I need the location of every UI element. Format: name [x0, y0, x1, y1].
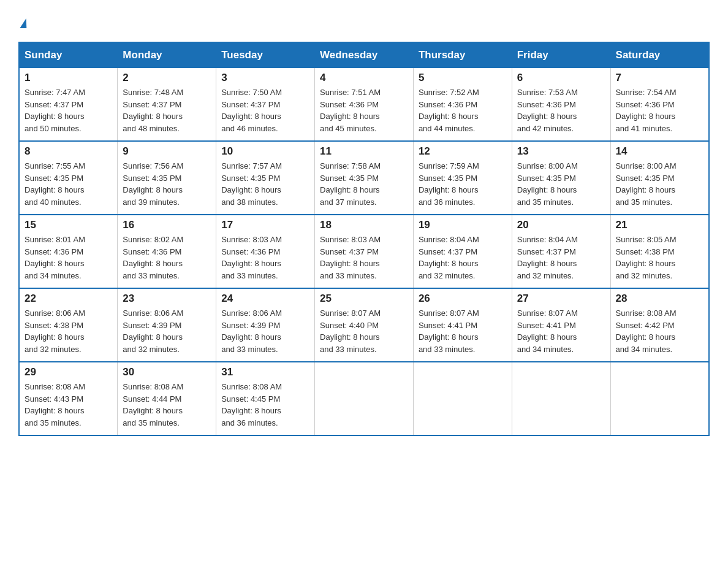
calendar-cell: [315, 362, 414, 435]
day-number: 16: [123, 219, 211, 231]
day-info: Sunrise: 8:00 AMSunset: 4:35 PMDaylight:…: [616, 161, 677, 207]
day-info: Sunrise: 8:08 AMSunset: 4:45 PMDaylight:…: [221, 382, 282, 427]
day-number: 13: [517, 145, 605, 158]
day-info: Sunrise: 7:58 AMSunset: 4:35 PMDaylight:…: [320, 161, 381, 207]
day-number: 6: [517, 72, 605, 84]
day-info: Sunrise: 7:51 AMSunset: 4:36 PMDaylight:…: [320, 88, 381, 133]
calendar-cell: 21Sunrise: 8:05 AMSunset: 4:38 PMDayligh…: [610, 215, 709, 288]
calendar-cell: 7Sunrise: 7:54 AMSunset: 4:36 PMDaylight…: [610, 68, 709, 142]
calendar-cell: 11Sunrise: 7:58 AMSunset: 4:35 PMDayligh…: [315, 141, 414, 215]
calendar-week-row: 22Sunrise: 8:06 AMSunset: 4:38 PMDayligh…: [19, 288, 709, 362]
day-info: Sunrise: 7:48 AMSunset: 4:37 PMDaylight:…: [123, 88, 183, 133]
calendar-table: SundayMondayTuesdayWednesdayThursdayFrid…: [18, 42, 710, 436]
calendar-header-sunday: Sunday: [19, 42, 118, 68]
day-number: 4: [320, 72, 408, 84]
calendar-cell: 29Sunrise: 8:08 AMSunset: 4:43 PMDayligh…: [19, 362, 118, 435]
calendar-cell: 27Sunrise: 8:07 AMSunset: 4:41 PMDayligh…: [512, 288, 610, 362]
calendar-cell: 25Sunrise: 8:07 AMSunset: 4:40 PMDayligh…: [315, 288, 414, 362]
day-number: 19: [419, 219, 507, 231]
calendar-cell: 17Sunrise: 8:03 AMSunset: 4:36 PMDayligh…: [216, 215, 315, 288]
day-info: Sunrise: 8:01 AMSunset: 4:36 PMDaylight:…: [25, 235, 85, 280]
day-info: Sunrise: 8:00 AMSunset: 4:35 PMDaylight:…: [517, 161, 578, 207]
day-info: Sunrise: 8:08 AMSunset: 4:43 PMDaylight:…: [25, 382, 85, 427]
calendar-cell: 24Sunrise: 8:06 AMSunset: 4:39 PMDayligh…: [216, 288, 315, 362]
calendar-cell: 22Sunrise: 8:06 AMSunset: 4:38 PMDayligh…: [19, 288, 118, 362]
day-info: Sunrise: 8:06 AMSunset: 4:38 PMDaylight:…: [25, 308, 85, 354]
calendar-cell: 19Sunrise: 8:04 AMSunset: 4:37 PMDayligh…: [413, 215, 512, 288]
calendar-cell: 8Sunrise: 7:55 AMSunset: 4:35 PMDaylight…: [19, 141, 118, 215]
calendar-header-monday: Monday: [118, 42, 216, 68]
calendar-week-row: 1Sunrise: 7:47 AMSunset: 4:37 PMDaylight…: [19, 68, 709, 142]
day-info: Sunrise: 7:56 AMSunset: 4:35 PMDaylight:…: [123, 161, 183, 207]
day-info: Sunrise: 7:53 AMSunset: 4:36 PMDaylight:…: [517, 88, 578, 133]
calendar-cell: 16Sunrise: 8:02 AMSunset: 4:36 PMDayligh…: [118, 215, 216, 288]
day-number: 8: [25, 145, 112, 158]
day-number: 11: [320, 145, 408, 158]
calendar-cell: 18Sunrise: 8:03 AMSunset: 4:37 PMDayligh…: [315, 215, 414, 288]
calendar-cell: 23Sunrise: 8:06 AMSunset: 4:39 PMDayligh…: [118, 288, 216, 362]
calendar-cell: 1Sunrise: 7:47 AMSunset: 4:37 PMDaylight…: [19, 68, 118, 142]
day-info: Sunrise: 8:08 AMSunset: 4:44 PMDaylight:…: [123, 382, 183, 427]
calendar-cell: 12Sunrise: 7:59 AMSunset: 4:35 PMDayligh…: [413, 141, 512, 215]
calendar-header-row: SundayMondayTuesdayWednesdayThursdayFrid…: [19, 42, 709, 68]
page-header: [18, 12, 710, 29]
day-number: 12: [419, 145, 507, 158]
day-info: Sunrise: 7:52 AMSunset: 4:36 PMDaylight:…: [419, 88, 479, 133]
calendar-header-wednesday: Wednesday: [315, 42, 414, 68]
calendar-cell: 9Sunrise: 7:56 AMSunset: 4:35 PMDaylight…: [118, 141, 216, 215]
day-number: 18: [320, 219, 408, 231]
calendar-week-row: 15Sunrise: 8:01 AMSunset: 4:36 PMDayligh…: [19, 215, 709, 288]
day-number: 29: [25, 366, 112, 378]
calendar-cell: 26Sunrise: 8:07 AMSunset: 4:41 PMDayligh…: [413, 288, 512, 362]
day-info: Sunrise: 8:04 AMSunset: 4:37 PMDaylight:…: [419, 235, 479, 280]
day-info: Sunrise: 7:55 AMSunset: 4:35 PMDaylight:…: [25, 161, 85, 207]
calendar-header-tuesday: Tuesday: [216, 42, 315, 68]
day-info: Sunrise: 8:03 AMSunset: 4:37 PMDaylight:…: [320, 235, 381, 280]
day-number: 26: [419, 293, 507, 305]
calendar-cell: 4Sunrise: 7:51 AMSunset: 4:36 PMDaylight…: [315, 68, 414, 142]
day-number: 20: [517, 219, 605, 231]
day-number: 1: [25, 72, 112, 84]
calendar-cell: [512, 362, 610, 435]
day-number: 31: [221, 366, 309, 378]
day-number: 28: [616, 293, 703, 305]
calendar-cell: 13Sunrise: 8:00 AMSunset: 4:35 PMDayligh…: [512, 141, 610, 215]
day-number: 3: [221, 72, 309, 84]
day-number: 25: [320, 293, 408, 305]
calendar-header-thursday: Thursday: [413, 42, 512, 68]
day-info: Sunrise: 8:07 AMSunset: 4:41 PMDaylight:…: [517, 308, 578, 354]
day-info: Sunrise: 8:05 AMSunset: 4:38 PMDaylight:…: [616, 235, 677, 280]
day-info: Sunrise: 8:04 AMSunset: 4:37 PMDaylight:…: [517, 235, 578, 280]
day-info: Sunrise: 7:50 AMSunset: 4:37 PMDaylight:…: [221, 88, 282, 133]
calendar-cell: 2Sunrise: 7:48 AMSunset: 4:37 PMDaylight…: [118, 68, 216, 142]
day-info: Sunrise: 8:08 AMSunset: 4:42 PMDaylight:…: [616, 308, 677, 354]
day-number: 21: [616, 219, 703, 231]
calendar-cell: 14Sunrise: 8:00 AMSunset: 4:35 PMDayligh…: [610, 141, 709, 215]
day-number: 7: [616, 72, 703, 84]
day-info: Sunrise: 8:06 AMSunset: 4:39 PMDaylight:…: [123, 308, 183, 354]
day-info: Sunrise: 8:03 AMSunset: 4:36 PMDaylight:…: [221, 235, 282, 280]
calendar-cell: 5Sunrise: 7:52 AMSunset: 4:36 PMDaylight…: [413, 68, 512, 142]
day-info: Sunrise: 7:47 AMSunset: 4:37 PMDaylight:…: [25, 88, 85, 133]
logo: [18, 12, 27, 29]
day-number: 22: [25, 293, 112, 305]
day-number: 2: [123, 72, 211, 84]
calendar-cell: 3Sunrise: 7:50 AMSunset: 4:37 PMDaylight…: [216, 68, 315, 142]
calendar-cell: 28Sunrise: 8:08 AMSunset: 4:42 PMDayligh…: [610, 288, 709, 362]
calendar-header-friday: Friday: [512, 42, 610, 68]
day-info: Sunrise: 8:07 AMSunset: 4:41 PMDaylight:…: [419, 308, 479, 354]
day-number: 10: [221, 145, 309, 158]
calendar-week-row: 29Sunrise: 8:08 AMSunset: 4:43 PMDayligh…: [19, 362, 709, 435]
day-number: 17: [221, 219, 309, 231]
day-number: 9: [123, 145, 211, 158]
day-number: 24: [221, 293, 309, 305]
calendar-cell: [610, 362, 709, 435]
calendar-cell: 20Sunrise: 8:04 AMSunset: 4:37 PMDayligh…: [512, 215, 610, 288]
calendar-cell: 15Sunrise: 8:01 AMSunset: 4:36 PMDayligh…: [19, 215, 118, 288]
calendar-cell: [413, 362, 512, 435]
day-number: 15: [25, 219, 112, 231]
calendar-header-saturday: Saturday: [610, 42, 709, 68]
day-number: 14: [616, 145, 703, 158]
day-number: 30: [123, 366, 211, 378]
day-info: Sunrise: 8:06 AMSunset: 4:39 PMDaylight:…: [221, 308, 282, 354]
